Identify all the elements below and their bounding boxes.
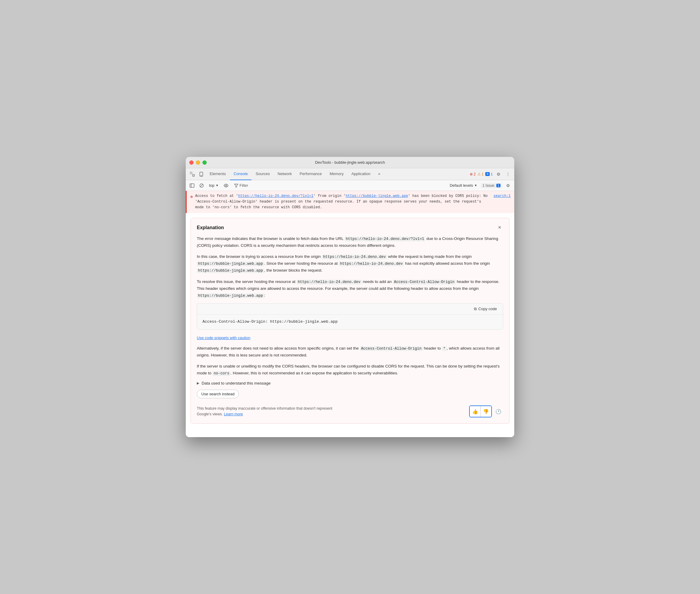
tab-network[interactable]: Network (274, 168, 295, 180)
code-block: ⧉ Copy code Access-Control-Allow-Origin:… (197, 303, 503, 330)
svg-line-7 (200, 184, 203, 187)
svg-rect-0 (190, 172, 192, 174)
more-options-icon[interactable]: ⋮ (504, 170, 512, 178)
error-badge: ⊗ 2 (470, 172, 476, 176)
learn-more-link[interactable]: Learn more (224, 412, 243, 416)
devtools-body: Elements Console Sources Network Perform… (186, 168, 514, 437)
tab-memory[interactable]: Memory (326, 168, 347, 180)
context-selector[interactable]: top ▼ (207, 183, 220, 188)
copy-icon: ⧉ (474, 306, 477, 311)
code-snippet: Access-Control-Allow-Origin: https://bub… (197, 315, 503, 329)
error-circle-icon: ⊗ (190, 194, 193, 200)
issue-count-badge: 1 (496, 184, 500, 187)
device-toolbar-icon[interactable] (197, 170, 206, 178)
warn-icon: ⚠ (478, 172, 481, 176)
filter-button[interactable]: Filter (232, 183, 251, 188)
explanation-panel: Explanation × The error message indicate… (190, 218, 510, 424)
copy-code-button[interactable]: ⧉ Copy code (471, 305, 500, 312)
tab-bar: Elements Console Sources Network Perform… (186, 168, 514, 180)
window-title: DevTools - bubble-jingle.web.app/search (315, 160, 385, 165)
data-used-section[interactable]: ▶ Data used to understand this message (197, 381, 503, 386)
eye-icon[interactable] (222, 182, 230, 190)
origin-url-link[interactable]: https://bubble-jingle.web.app (346, 194, 408, 198)
tab-elements[interactable]: Elements (206, 168, 230, 180)
devtools-window: DevTools - bubble-jingle.web.app/search … (186, 157, 514, 437)
console-content: ⊗ Access to fetch at 'https://hello-io-2… (186, 191, 514, 424)
error-line: ⊗ Access to fetch at 'https://hello-io-2… (186, 191, 514, 213)
use-search-button[interactable]: Use search instead (197, 390, 239, 398)
console-settings-icon[interactable]: ⚙ (504, 182, 512, 190)
default-levels-selector[interactable]: Default levels ▼ (448, 183, 479, 188)
minimize-traffic-light[interactable] (196, 160, 200, 165)
issue-badge: 1 Issue: 1 (481, 183, 502, 188)
tab-performance[interactable]: Performance (296, 168, 325, 180)
feedback-info-button[interactable]: 🕐 (494, 407, 503, 416)
chevron-down-icon: ▼ (474, 184, 477, 187)
disclaimer-text: This feature may display inaccurate or o… (197, 406, 346, 417)
explanation-paragraph-4: Alternatively, if the server does not ne… (197, 345, 503, 359)
explanation-paragraph-1: The error message indicates that the bro… (197, 235, 503, 249)
thumbs-down-button[interactable]: 👎 (481, 406, 491, 417)
info-icon: ✕ (485, 172, 490, 176)
tab-sources[interactable]: Sources (252, 168, 274, 180)
feedback-area: 👍 👎 🕐 (469, 405, 503, 418)
feedback-buttons-group: 👍 👎 (469, 405, 492, 418)
code-block-header: ⧉ Copy code (197, 304, 503, 315)
error-url-link[interactable]: https://hello-io-24.deno.dev/?lvl=1 (238, 194, 313, 198)
error-message-text: Access to fetch at 'https://hello-io-24.… (195, 193, 491, 211)
tab-application[interactable]: Application (348, 168, 374, 180)
caution-link[interactable]: Use code snippets with caution (197, 335, 250, 340)
info-badge: ✕ 1 (485, 172, 493, 176)
console-toolbar: top ▼ Filter Default levels ▼ (186, 180, 514, 191)
warn-badge: ⚠ 1 (478, 172, 484, 176)
close-explanation-button[interactable]: × (496, 224, 503, 231)
chevron-down-icon: ▼ (216, 184, 219, 187)
explanation-header: Explanation × (197, 224, 503, 231)
svg-rect-1 (193, 174, 195, 176)
triangle-icon: ▶ (197, 381, 199, 385)
svg-rect-4 (190, 184, 194, 187)
tab-more[interactable]: » (375, 168, 384, 180)
inspect-element-icon[interactable] (188, 170, 197, 178)
error-icon: ⊗ (470, 172, 473, 176)
tab-bar-right: ⊗ 2 ⚠ 1 ✕ 1 ⚙ ⋮ (470, 170, 512, 178)
explanation-paragraph-3: To resolve this issue, the server hostin… (197, 278, 503, 299)
tab-console[interactable]: Console (230, 168, 251, 180)
clear-console-icon[interactable] (198, 182, 206, 190)
settings-gear-icon[interactable]: ⚙ (494, 170, 502, 178)
error-file-link[interactable]: search:1 (493, 193, 511, 199)
explanation-paragraph-2: In this case, the browser is trying to a… (197, 253, 503, 274)
explanation-title: Explanation (197, 225, 224, 230)
sidebar-toggle-icon[interactable] (188, 182, 196, 190)
disclaimer: This feature may display inaccurate or o… (197, 405, 503, 418)
traffic-lights (189, 160, 207, 165)
svg-point-8 (225, 185, 227, 186)
thumbs-up-button[interactable]: 👍 (470, 406, 481, 417)
maximize-traffic-light[interactable] (203, 160, 207, 165)
explanation-paragraph-5: If the server is unable or unwilling to … (197, 363, 503, 377)
close-traffic-light[interactable] (189, 160, 194, 165)
titlebar: DevTools - bubble-jingle.web.app/search (186, 157, 514, 168)
